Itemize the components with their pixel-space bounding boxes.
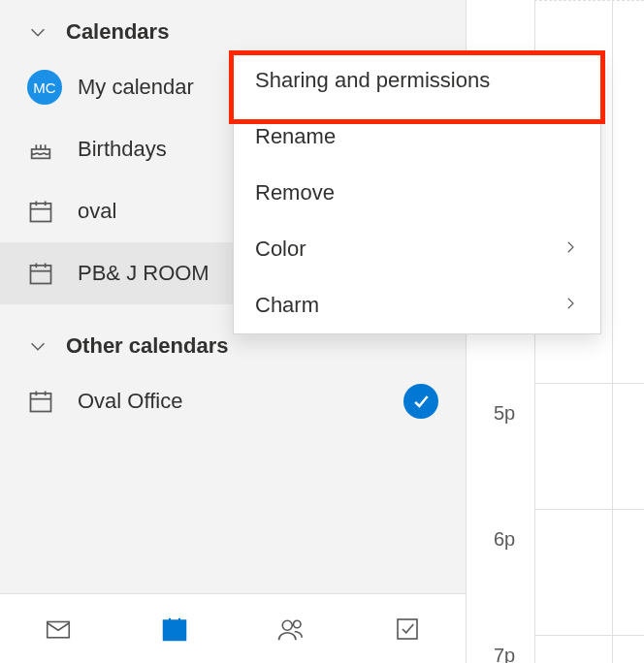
time-label: 7p: [494, 645, 515, 663]
svg-point-25: [294, 620, 302, 628]
people-icon: [276, 615, 306, 644]
svg-rect-22: [174, 630, 177, 634]
mail-button[interactable]: [0, 594, 116, 663]
svg-rect-26: [398, 619, 417, 639]
calendar-icon: [27, 388, 66, 415]
menu-rename[interactable]: Rename: [234, 109, 600, 165]
menu-item-label: Sharing and permissions: [255, 68, 579, 93]
avatar: MC: [27, 70, 66, 105]
svg-rect-23: [179, 630, 183, 634]
group-label: Other calendars: [66, 333, 229, 359]
menu-item-label: Rename: [255, 124, 579, 149]
menu-charm[interactable]: Charm: [234, 277, 600, 333]
calendar-button[interactable]: [116, 594, 233, 663]
calendar-icon: [160, 615, 189, 644]
menu-item-label: Charm: [255, 293, 562, 318]
time-label: 6p: [494, 528, 515, 551]
menu-item-label: Color: [255, 237, 562, 262]
tasks-button[interactable]: [349, 594, 466, 663]
time-label: 5p: [494, 402, 515, 425]
calendar-item-oval-office[interactable]: Oval Office: [0, 370, 466, 432]
mail-icon: [44, 615, 73, 644]
svg-point-24: [282, 620, 292, 630]
svg-rect-8: [31, 266, 51, 284]
menu-item-label: Remove: [255, 180, 579, 205]
svg-rect-4: [31, 204, 51, 222]
menu-sharing-permissions[interactable]: Sharing and permissions: [234, 52, 600, 109]
module-switcher: [0, 593, 466, 663]
chevron-right-icon: [562, 293, 579, 318]
tasks-icon: [393, 615, 422, 644]
calendar-icon: [27, 198, 66, 225]
group-label: Calendars: [66, 19, 169, 45]
people-button[interactable]: [233, 594, 349, 663]
menu-color[interactable]: Color: [234, 221, 600, 277]
chevron-down-icon: [27, 335, 66, 357]
checkmark-icon: [403, 384, 438, 419]
group-header-calendars[interactable]: Calendars: [0, 8, 466, 56]
menu-remove[interactable]: Remove: [234, 165, 600, 221]
chevron-right-icon: [562, 237, 579, 262]
birthday-icon: [27, 136, 66, 163]
svg-rect-21: [168, 630, 172, 634]
calendar-context-menu: Sharing and permissions Rename Remove Co…: [233, 51, 601, 334]
chevron-down-icon: [27, 21, 66, 43]
calendar-item-label: Oval Office: [66, 389, 403, 414]
calendar-icon: [27, 260, 66, 287]
svg-rect-12: [31, 394, 51, 412]
